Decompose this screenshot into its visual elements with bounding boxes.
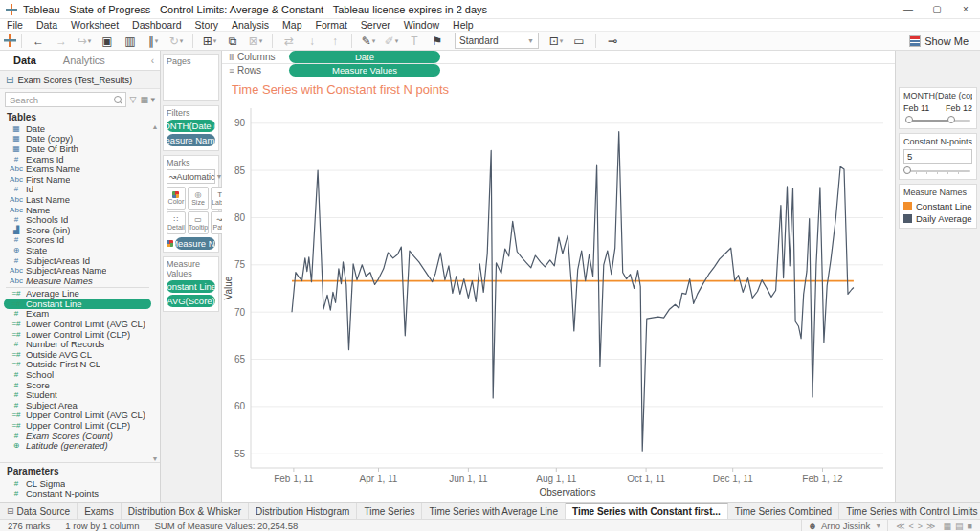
field-row[interactable]: ⊕ State	[4, 245, 151, 255]
range-handle-right[interactable]	[947, 116, 955, 123]
menu-item[interactable]: File	[0, 19, 30, 32]
field-row[interactable]: # Number of Records	[4, 339, 151, 349]
field-row[interactable]: # Student	[4, 389, 151, 400]
pane-tab[interactable]: Data	[0, 51, 50, 70]
field-row[interactable]: ▦ Date (copy)	[4, 134, 151, 144]
toolbar-button[interactable]: ⊸	[601, 34, 624, 48]
parameter-row[interactable]: # CL Sigma	[4, 478, 156, 489]
toolbar-button[interactable]: ⚑	[426, 34, 449, 48]
field-row[interactable]: =# Lower Control Limit (AVG CL)	[4, 319, 151, 329]
data-source-row[interactable]: ⊟ Exam Scores (Test_Results)	[0, 71, 160, 89]
field-row[interactable]: =# Outside AVG CL	[4, 349, 151, 360]
toolbar-button[interactable]: T	[403, 34, 426, 48]
sheet-tab[interactable]: Time Series Combined	[728, 503, 839, 519]
toolbar-button[interactable]: ▥	[119, 34, 142, 48]
field-row[interactable]: Abc Last Name	[4, 194, 151, 205]
mark-button[interactable]: Color	[167, 187, 186, 210]
mark-button[interactable]: ▭ Tooltip	[188, 211, 209, 234]
field-row[interactable]: Abc Exams Name	[4, 164, 151, 174]
field-row[interactable]: # Exam Scores (Count)	[4, 431, 151, 441]
range-handle-left[interactable]	[905, 116, 913, 123]
toolbar-button[interactable]: ⇄	[278, 34, 301, 48]
search-input[interactable]: Search	[5, 92, 126, 107]
toolbar-button[interactable]: ⊡▾	[545, 34, 568, 48]
pane-tab[interactable]: Analytics	[50, 51, 119, 70]
user-menu[interactable]: ☻ Arno Jissink ▼	[801, 520, 888, 531]
toolbar-button[interactable]: ∥▾	[142, 34, 165, 48]
toolbar-button[interactable]: ▭	[568, 34, 590, 48]
sheet-tab[interactable]: Exams	[78, 503, 122, 519]
mark-type-select[interactable]: ↝ Automatic ▼	[167, 169, 215, 184]
toolbar-button[interactable]: ↑	[323, 34, 346, 48]
show-me-button[interactable]: Show Me	[909, 35, 976, 47]
fit-mode-select[interactable]: Standard▼	[455, 33, 539, 49]
menu-item[interactable]: Dashboard	[125, 19, 188, 32]
field-row[interactable]: Abc Measure Names	[4, 276, 151, 286]
maximize-button[interactable]: ▢	[923, 0, 951, 18]
field-row[interactable]: # School	[4, 369, 151, 380]
prev-story-point-icon[interactable]: <	[909, 521, 914, 531]
parameter-row[interactable]: # Constant N-points	[4, 488, 156, 498]
scrollbar[interactable]: ▲▼	[151, 123, 159, 462]
menu-item[interactable]: Analysis	[225, 19, 276, 32]
filter-pill[interactable]: Measure Names	[167, 134, 215, 146]
minimize-button[interactable]: —	[894, 0, 923, 18]
field-row[interactable]: Abc First Name	[4, 174, 151, 185]
field-row[interactable]: =# Upper Control Limit (AVG CL)	[4, 410, 151, 421]
toolbar-button[interactable]: →	[50, 34, 73, 48]
sheet-tab[interactable]: Distribution Histogram	[249, 503, 357, 519]
toolbar-button[interactable]: ✐▾	[380, 34, 403, 48]
mark-button[interactable]: ∷ Detail	[167, 211, 186, 234]
toolbar-button[interactable]: ↻▾	[165, 34, 188, 48]
last-story-point-icon[interactable]: ≫	[926, 521, 935, 531]
field-row[interactable]: Abc SubjectAreas Name	[4, 265, 151, 276]
legend-item[interactable]: Constant Line	[903, 200, 972, 212]
field-row[interactable]: # SubjectAreas Id	[4, 255, 151, 266]
sheet-tab[interactable]: Time Series	[357, 503, 422, 519]
menu-item[interactable]: Format	[309, 19, 354, 32]
close-button[interactable]: ×	[951, 0, 980, 18]
marks-card[interactable]: Marks ↝ Automatic ▼ Color ◎ Size T Label	[163, 155, 219, 253]
field-row[interactable]: Abc Name	[4, 205, 151, 215]
first-story-point-icon[interactable]: ≪	[896, 521, 904, 531]
view-options-icon[interactable]: ▦ ▾	[140, 95, 155, 104]
collapse-pane-icon[interactable]: ‹	[151, 55, 160, 66]
toolbar-button[interactable]: ⧉	[221, 34, 244, 48]
field-row[interactable]: # Exams Id	[4, 154, 151, 165]
menu-item[interactable]: Window	[397, 19, 446, 32]
toolbar-button[interactable]: ⊞▾	[198, 34, 221, 48]
field-row[interactable]: # Schools Id	[4, 214, 151, 225]
columns-pill[interactable]: Date	[289, 51, 440, 63]
parameter-handle[interactable]	[903, 166, 911, 174]
toolbar-button[interactable]: ↓	[301, 34, 323, 48]
parameter-value-input[interactable]: 5	[903, 149, 972, 164]
field-row[interactable]: # Scores Id	[4, 235, 151, 246]
toolbar-button[interactable]: ▣	[96, 34, 119, 48]
field-row[interactable]: =# Upper Control Limit (CLP)	[4, 420, 151, 431]
field-row[interactable]: # Subject Area	[4, 400, 151, 410]
measure-pill[interactable]: AVG(Score)	[167, 295, 215, 307]
measure-values-card[interactable]: Measure Values Constant LineΔAVG(Score)	[163, 256, 219, 312]
field-row[interactable]: =# Average Line	[4, 289, 151, 299]
field-row[interactable]: ▦ Date	[4, 123, 151, 134]
filter-pill[interactable]: MONTH(Date (c..	[167, 120, 215, 132]
toolbar-button[interactable]: ↪▾	[73, 34, 96, 48]
toolbar-button[interactable]: ✎▾	[357, 34, 380, 48]
columns-shelf[interactable]: Ⅲ Columns Date	[222, 51, 895, 64]
menu-item[interactable]: Map	[276, 19, 308, 32]
show-filmstrip-icon[interactable]: ▤	[955, 521, 964, 531]
field-row[interactable]: =# Outside First N CL	[4, 360, 151, 370]
parameter-slider[interactable]	[903, 166, 972, 176]
menu-item[interactable]: Server	[354, 19, 397, 32]
measure-pill[interactable]: Constant LineΔ	[167, 280, 215, 293]
field-row[interactable]: # Score	[4, 380, 151, 390]
field-row[interactable]: # Exam	[4, 309, 151, 320]
sheet-tab[interactable]: Time Series with Control Limits ...	[839, 503, 980, 519]
pages-card[interactable]: Pages	[163, 54, 219, 101]
sheet-tab[interactable]: ⊟ Data Source	[0, 503, 78, 519]
menu-item[interactable]: Story	[188, 19, 225, 32]
sheet-tab[interactable]: Time Series with Constant first...	[566, 503, 728, 519]
mark-button[interactable]: ◎ Size	[188, 187, 209, 210]
field-row[interactable]: # Id	[4, 185, 151, 195]
marks-pill[interactable]: Measure N..	[175, 237, 215, 250]
